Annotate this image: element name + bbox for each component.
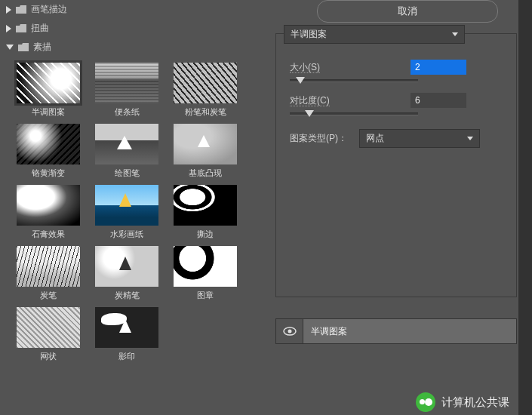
chevron-right-icon	[6, 25, 11, 32]
chevron-down-icon	[467, 137, 473, 140]
folder-icon	[16, 24, 26, 32]
folder-label: 画笔描边	[31, 3, 67, 16]
wechat-icon	[416, 392, 435, 412]
filter-conte-crayon[interactable]: 炭精笔	[92, 246, 161, 301]
thumbnail-image	[95, 246, 158, 287]
effect-layer-row[interactable]: 半调图案	[275, 318, 517, 344]
thumbnail-label: 基底凸现	[171, 168, 240, 179]
size-input[interactable]: 2	[411, 60, 466, 75]
filter-options-group: 半调图案 大小(S) 2 对比度(C) 6	[275, 33, 517, 297]
filter-bas-relief[interactable]: 基底凸现	[171, 124, 240, 179]
filter-dropdown-value: 半调图案	[291, 28, 327, 41]
pattern-type-select[interactable]: 网点	[359, 129, 480, 148]
folder-icon	[16, 5, 26, 14]
contrast-slider[interactable]	[290, 112, 418, 115]
folder-icon	[18, 43, 29, 51]
thumbnail-label: 影印	[92, 351, 161, 362]
thumbnail-image	[17, 124, 80, 164]
eye-icon	[283, 327, 297, 336]
thumbnail-label: 便条纸	[92, 106, 161, 118]
thumbnail-label: 水彩画纸	[92, 229, 161, 240]
thumbnail-image	[95, 124, 158, 164]
watermark: 计算机公共课	[416, 392, 509, 412]
filter-thumbnails: 半调图案 便条纸 粉笔和炭笔 铬黄渐变 绘图笔 基底凸现	[0, 57, 253, 368]
filter-plaster[interactable]: 石膏效果	[14, 185, 83, 240]
thumbnail-label: 炭精笔	[92, 290, 161, 301]
thumbnail-image	[174, 246, 237, 287]
thumbnail-image	[17, 307, 80, 348]
size-label: 大小(S)	[290, 61, 411, 74]
pattern-type-value: 网点	[366, 132, 384, 145]
thumbnail-image	[174, 124, 237, 164]
thumbnail-image	[174, 185, 237, 226]
slider-thumb-icon[interactable]	[305, 110, 314, 117]
options-panel: 确定 取消 半调图案 大小(S) 2	[253, 0, 532, 415]
chevron-down-icon	[452, 32, 458, 36]
thumbnail-image	[17, 63, 80, 103]
chevron-down-icon	[6, 45, 14, 50]
filter-graphic-pen[interactable]: 绘图笔	[92, 124, 161, 179]
contrast-input[interactable]: 6	[411, 93, 466, 108]
thumbnail-image	[17, 185, 80, 226]
layer-visibility-toggle[interactable]	[276, 319, 303, 343]
filter-dropdown[interactable]: 半调图案	[284, 25, 465, 44]
filter-halftone-pattern[interactable]: 半调图案	[14, 63, 83, 118]
folder-brush-strokes[interactable]: 画笔描边	[0, 0, 253, 19]
filter-chalk-charcoal[interactable]: 粉笔和炭笔	[171, 63, 240, 118]
thumbnail-label: 铬黄渐变	[14, 168, 83, 179]
chevron-right-icon	[6, 6, 11, 14]
filter-gallery-panel: 画笔描边 扭曲 素描 半调图案 便条纸 粉笔和炭笔	[0, 0, 253, 415]
thumbnail-label: 撕边	[171, 229, 240, 240]
thumbnail-image	[95, 307, 158, 348]
thumbnail-label: 绘图笔	[92, 168, 161, 179]
folder-distort[interactable]: 扭曲	[0, 19, 253, 38]
thumbnail-label: 粉笔和炭笔	[171, 106, 240, 118]
thumbnail-label: 网状	[14, 351, 83, 362]
folder-label: 素描	[33, 41, 51, 54]
filter-charcoal[interactable]: 炭笔	[14, 246, 83, 301]
filter-reticulation[interactable]: 网状	[14, 307, 83, 362]
contrast-label: 对比度(C)	[290, 94, 411, 107]
pattern-type-label: 图案类型(P)：	[290, 132, 359, 145]
filter-note-paper[interactable]: 便条纸	[92, 63, 161, 118]
thumbnail-image	[95, 63, 158, 103]
watermark-text: 计算机公共课	[441, 395, 509, 410]
thumbnail-image	[17, 246, 80, 287]
folder-sketch[interactable]: 素描	[0, 38, 253, 57]
filter-stamp[interactable]: 图章	[171, 246, 240, 301]
filter-photocopy[interactable]: 影印	[92, 307, 161, 362]
thumbnail-label: 半调图案	[14, 106, 83, 118]
filter-torn-edges[interactable]: 撕边	[171, 185, 240, 240]
thumbnail-label: 图章	[171, 290, 240, 301]
thumbnail-image	[174, 63, 237, 103]
slider-thumb-icon[interactable]	[296, 77, 305, 84]
layer-name: 半调图案	[303, 325, 347, 338]
thumbnail-label: 炭笔	[14, 290, 83, 301]
thumbnail-label: 石膏效果	[14, 229, 83, 240]
thumbnail-image	[95, 185, 158, 226]
folder-label: 扭曲	[31, 22, 49, 35]
cancel-button[interactable]: 取消	[317, 0, 498, 23]
svg-point-1	[288, 330, 291, 334]
filter-chrome[interactable]: 铬黄渐变	[14, 124, 83, 179]
right-edge-strip	[518, 0, 532, 415]
size-slider[interactable]	[290, 79, 418, 82]
filter-water-paper[interactable]: 水彩画纸	[92, 185, 161, 240]
